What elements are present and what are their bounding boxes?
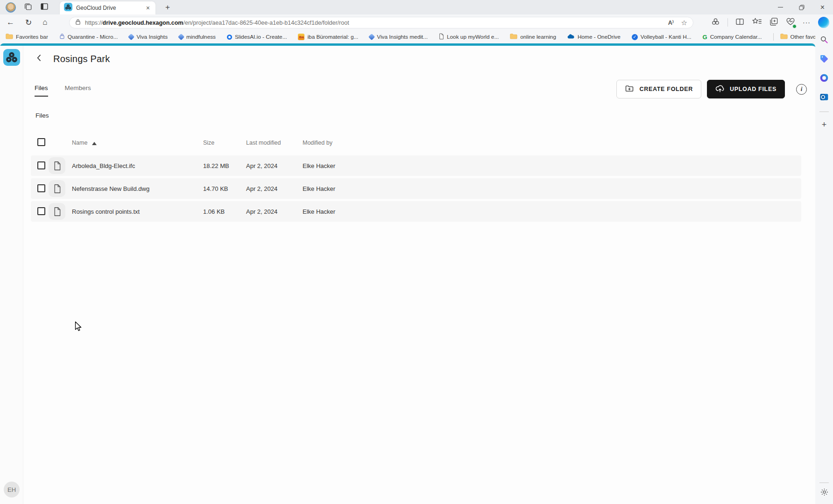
column-last-modified[interactable]: Last modified — [246, 140, 281, 146]
bookmark-mindfulness[interactable]: mindfulness — [179, 34, 216, 40]
bookmark-company-calendar[interactable]: G Company Calendar... — [703, 34, 762, 41]
back-icon[interactable]: ← — [7, 18, 14, 27]
file-name[interactable]: Rosings control points.txt — [72, 208, 140, 215]
column-modified-by[interactable]: Modified by — [303, 140, 332, 146]
sidebar-add-icon[interactable]: + — [822, 120, 827, 130]
settings-more-icon[interactable]: ··· — [803, 19, 811, 26]
sidebar-divider — [819, 483, 829, 483]
file-icon — [49, 180, 65, 197]
browser-essentials-icon[interactable] — [786, 17, 795, 28]
close-window-button[interactable]: × — [812, 0, 833, 14]
user-avatar[interactable]: EH — [4, 482, 20, 497]
m365-icon[interactable] — [819, 73, 829, 84]
bookmark-label: Favorites bar — [16, 34, 48, 40]
lock-icon — [75, 19, 81, 27]
row-checkbox[interactable] — [37, 184, 45, 192]
minimize-icon — [778, 7, 783, 8]
bookmark-favorites-bar[interactable]: Favorites bar — [6, 33, 48, 41]
page-header: Rosings Park — [35, 53, 110, 64]
tab-members[interactable]: Members — [65, 84, 91, 97]
bookmark-label: Viva Insights — [136, 34, 168, 40]
workspaces-icon[interactable] — [24, 2, 32, 13]
minimize-button[interactable] — [770, 0, 791, 14]
bookmark-volleyball[interactable]: ✓ Volleyball - Kanti H... — [632, 34, 692, 40]
column-size[interactable]: Size — [203, 140, 214, 146]
essentials-status-dot — [792, 24, 797, 28]
extensions-icon[interactable] — [711, 17, 720, 28]
file-last-modified: Apr 2, 2024 — [246, 208, 277, 215]
collections-icon[interactable] — [769, 17, 778, 28]
split-screen-icon[interactable] — [735, 18, 744, 28]
info-icon[interactable]: i — [796, 84, 807, 95]
toolbar-nav: ← ↻ ⌂ — [7, 14, 48, 30]
outlook-icon[interactable] — [819, 92, 829, 104]
sort-ascending-icon[interactable] — [92, 142, 97, 145]
bookmark-label: Viva Insights medit... — [377, 34, 428, 40]
back-chevron-icon[interactable] — [35, 53, 44, 64]
app-tabs: Files Members — [35, 84, 91, 97]
url-path: /en/project/aea17dac-8625-40ee-a1eb-b14c… — [183, 20, 349, 26]
geocloud-page: EH Rosings Park Files Members CREATE FOL… — [0, 43, 815, 504]
folder-icon — [6, 33, 13, 41]
table-row[interactable]: Nefenstrasse New Build.dwg 14.70 KB Apr … — [31, 178, 801, 199]
lock-icon — [59, 33, 65, 41]
url-text: https://drive.geocloud.hexagon.com/en/pr… — [85, 20, 349, 26]
bookmark-label: Company Calendar... — [710, 34, 762, 40]
check-circle-icon: ✓ — [632, 34, 638, 40]
diamond-icon — [128, 34, 134, 40]
bookmark-myworld[interactable]: Look up myWorld e... — [439, 33, 499, 41]
create-folder-button[interactable]: CREATE FOLDER — [616, 80, 701, 98]
restore-icon — [799, 5, 805, 10]
sidebar-bottom — [819, 483, 829, 498]
tab-strip: GeoCloud Drive × + × — [0, 0, 833, 14]
settings-gear-icon[interactable] — [820, 488, 829, 498]
shopping-tag-icon[interactable] — [819, 54, 829, 65]
select-all-checkbox[interactable] — [37, 138, 45, 146]
bookmark-viva-meditation[interactable]: Viva Insights medit... — [369, 34, 428, 40]
bookmark-iba[interactable]: iba iba Büromaterial: g... — [298, 34, 358, 40]
new-tab-button[interactable]: + — [162, 2, 173, 13]
create-folder-label: CREATE FOLDER — [639, 86, 692, 92]
favorites-icon[interactable] — [752, 17, 762, 28]
file-size: 14.70 KB — [203, 185, 228, 192]
refresh-icon[interactable]: ↻ — [25, 18, 32, 28]
browser-toolbar: ← ↻ ⌂ https://drive.geocloud.hexagon.com… — [0, 14, 833, 30]
file-modified-by: Elke Hacker — [303, 208, 335, 215]
table-row[interactable]: Arboleda_Bldg-Elect.ifc 18.22 MB Apr 2, … — [31, 155, 801, 176]
header-actions: CREATE FOLDER UPLOAD FILES i — [616, 80, 807, 98]
bookmark-viva-insights[interactable]: Viva Insights — [129, 34, 168, 40]
table-row[interactable]: Rosings control points.txt 1.06 KB Apr 2… — [31, 201, 801, 222]
address-bar[interactable]: https://drive.geocloud.hexagon.com/en/pr… — [69, 17, 693, 28]
bookmark-onedrive[interactable]: Home - OneDrive — [567, 34, 621, 40]
tab-files[interactable]: Files — [35, 84, 48, 97]
bookmark-quarantine[interactable]: Quarantine - Micro... — [59, 33, 118, 41]
url-protocol: https:// — [85, 20, 103, 26]
geocloud-logo-icon[interactable] — [3, 49, 20, 68]
bookmark-label: Home - OneDrive — [578, 34, 621, 40]
file-size: 18.22 MB — [203, 162, 229, 169]
toolbar-separator — [727, 18, 728, 27]
file-name[interactable]: Arboleda_Bldg-Elect.ifc — [72, 162, 135, 169]
circle-icon — [227, 35, 232, 40]
read-aloud-icon[interactable]: A — [668, 20, 674, 26]
bookmark-slidesai[interactable]: SlidesAI.io - Create... — [227, 34, 287, 40]
browser-tab-geocloud[interactable]: GeoCloud Drive × — [60, 1, 155, 14]
sidebar-search-icon[interactable] — [819, 35, 829, 46]
favorite-star-icon[interactable]: ☆ — [681, 19, 687, 27]
column-name[interactable]: Name — [72, 140, 87, 146]
copilot-icon[interactable] — [818, 17, 829, 28]
upload-files-button[interactable]: UPLOAD FILES — [707, 80, 785, 98]
file-size: 1.06 KB — [203, 208, 225, 215]
upload-cloud-icon — [715, 84, 725, 95]
home-icon[interactable]: ⌂ — [42, 18, 47, 27]
bookmark-online-learning[interactable]: online learning — [510, 33, 556, 41]
tab-actions-icon[interactable] — [40, 3, 49, 12]
tab-close-icon[interactable]: × — [145, 4, 151, 12]
row-checkbox[interactable] — [37, 207, 45, 215]
bookmark-label: online learning — [520, 34, 556, 40]
browser-profile-avatar[interactable] — [6, 2, 16, 13]
file-name[interactable]: Nefenstrasse New Build.dwg — [72, 185, 149, 192]
restore-button[interactable] — [791, 0, 812, 14]
row-checkbox[interactable] — [37, 161, 45, 169]
tab-strip-left — [6, 0, 49, 14]
